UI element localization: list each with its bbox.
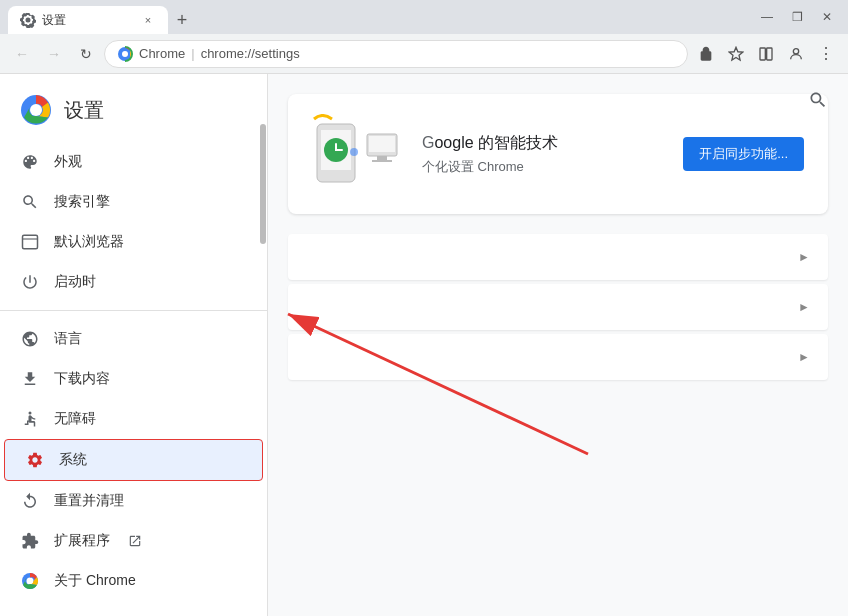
sidebar-item-search[interactable]: 搜索引擎 <box>0 182 267 222</box>
accessibility-label: 无障碍 <box>54 410 96 428</box>
download-icon <box>20 369 40 389</box>
reset-label: 重置并清理 <box>54 492 124 510</box>
scrollbar-track[interactable] <box>259 74 267 616</box>
sidebar-divider-1 <box>0 310 267 311</box>
main-layout: 设置 外观 搜索引擎 默认浏览器 启动时 <box>0 74 848 616</box>
about-chrome-label: 关于 Chrome <box>54 572 136 590</box>
external-link-icon <box>128 534 142 548</box>
tab-close-button[interactable]: × <box>140 12 156 28</box>
sidebar-item-about[interactable]: 关于 Chrome <box>0 561 267 601</box>
chevron-icon-1: ► <box>798 250 810 264</box>
sync-banner: Google 的智能技术 个化设置 Chrome 开启同步功能... <box>288 94 828 214</box>
download-label: 下载内容 <box>54 370 110 388</box>
restore-button[interactable]: ❒ <box>784 4 810 30</box>
scrollbar-thumb[interactable] <box>260 124 266 244</box>
sidebar-item-system[interactable]: 系统 <box>4 439 263 481</box>
startup-label: 启动时 <box>54 273 96 291</box>
address-brand: Chrome <box>139 46 185 61</box>
sync-text: Google 的智能技术 个化设置 Chrome <box>422 133 663 176</box>
section-item-3-label <box>306 348 320 366</box>
appearance-icon <box>20 152 40 172</box>
tab-favicon <box>20 12 36 28</box>
system-label: 系统 <box>59 451 87 469</box>
content-search-button[interactable] <box>804 86 832 114</box>
svg-rect-20 <box>377 156 387 160</box>
settings-tab[interactable]: 设置 × <box>8 6 168 34</box>
sync-button[interactable]: 开启同步功能... <box>683 137 804 171</box>
close-button[interactable]: ✕ <box>814 4 840 30</box>
bookmark-button[interactable] <box>722 40 750 68</box>
default-browser-label: 默认浏览器 <box>54 233 124 251</box>
svg-rect-21 <box>372 160 392 162</box>
split-view-button[interactable] <box>752 40 780 68</box>
system-icon <box>25 450 45 470</box>
window-controls: — ❒ ✕ <box>754 4 840 30</box>
startup-icon <box>20 272 40 292</box>
section-item-1[interactable]: ► <box>288 234 828 280</box>
sidebar-item-startup[interactable]: 启动时 <box>0 262 267 302</box>
sidebar: 设置 外观 搜索引擎 默认浏览器 启动时 <box>0 74 268 616</box>
extensions-label: 扩展程序 <box>54 532 110 550</box>
sidebar-item-download[interactable]: 下载内容 <box>0 359 267 399</box>
section-item-1-label <box>306 248 320 266</box>
tab-title: 设置 <box>42 12 66 29</box>
svg-rect-3 <box>767 48 772 60</box>
address-divider: | <box>191 46 194 61</box>
browser-icon <box>20 232 40 252</box>
profile-icon <box>788 46 804 62</box>
address-bar-input[interactable]: Chrome | chrome://settings <box>104 40 688 68</box>
address-actions: ⋮ <box>692 40 840 68</box>
svg-rect-8 <box>23 235 38 249</box>
about-chrome-icon <box>20 571 40 591</box>
share-button[interactable] <box>692 40 720 68</box>
content-search-icon <box>808 90 828 110</box>
extensions-icon <box>20 531 40 551</box>
section-item-2-label <box>306 298 320 316</box>
sync-title: Google 的智能技术 <box>422 133 663 154</box>
svg-point-10 <box>29 412 32 415</box>
svg-point-17 <box>350 148 358 156</box>
sidebar-item-appearance[interactable]: 外观 <box>0 142 267 182</box>
svg-point-13 <box>27 578 33 584</box>
chrome-logo <box>20 94 52 126</box>
minimize-button[interactable]: — <box>754 4 780 30</box>
reset-icon <box>20 491 40 511</box>
svg-rect-19 <box>369 136 395 152</box>
forward-button[interactable]: → <box>40 40 68 68</box>
tab-area: 设置 × + <box>8 0 754 34</box>
sidebar-item-browser[interactable]: 默认浏览器 <box>0 222 267 262</box>
addressbar: ← → ↻ Chrome | chrome://settings <box>0 34 848 74</box>
accessibility-icon <box>20 409 40 429</box>
titlebar: 设置 × + — ❒ ✕ <box>0 0 848 34</box>
reload-button[interactable]: ↻ <box>72 40 100 68</box>
sidebar-item-reset[interactable]: 重置并清理 <box>0 481 267 521</box>
menu-button[interactable]: ⋮ <box>812 40 840 68</box>
sidebar-item-accessibility[interactable]: 无障碍 <box>0 399 267 439</box>
svg-point-1 <box>122 51 128 57</box>
section-item-2[interactable]: ► <box>288 284 828 330</box>
content-area: Google 的智能技术 个化设置 Chrome 开启同步功能... ► ► ► <box>268 74 848 616</box>
section-item-3[interactable]: ► <box>288 334 828 380</box>
back-button[interactable]: ← <box>8 40 36 68</box>
svg-point-7 <box>31 105 41 115</box>
sidebar-item-extensions[interactable]: 扩展程序 <box>0 521 267 561</box>
sync-illustration <box>312 114 402 194</box>
svg-rect-2 <box>760 48 765 60</box>
split-icon <box>758 46 774 62</box>
appearance-label: 外观 <box>54 153 82 171</box>
language-icon <box>20 329 40 349</box>
new-tab-button[interactable]: + <box>168 6 196 34</box>
search-icon <box>20 192 40 212</box>
language-label: 语言 <box>54 330 82 348</box>
chevron-icon-3: ► <box>798 350 810 364</box>
sidebar-header: 设置 <box>0 74 267 142</box>
star-icon <box>728 46 744 62</box>
address-url: chrome://settings <box>201 46 300 61</box>
profile-button[interactable] <box>782 40 810 68</box>
search-engine-label: 搜索引擎 <box>54 193 110 211</box>
sync-sub: 个化设置 Chrome <box>422 158 663 176</box>
share-icon <box>698 46 714 62</box>
sidebar-item-language[interactable]: 语言 <box>0 319 267 359</box>
svg-point-4 <box>793 48 798 53</box>
chevron-icon-2: ► <box>798 300 810 314</box>
